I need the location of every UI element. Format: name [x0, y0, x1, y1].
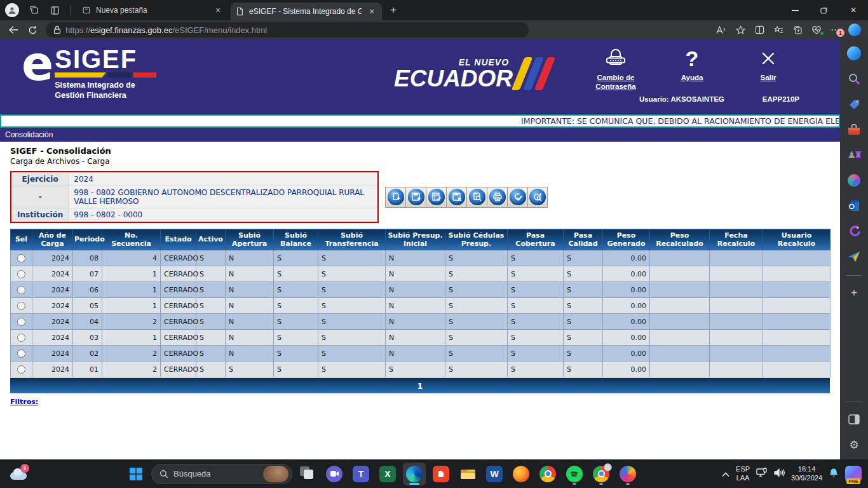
row-select-radio[interactable] [17, 302, 25, 310]
language-indicator[interactable]: ESP LAA [736, 465, 750, 482]
more-menu-icon[interactable]: ⋯1 [826, 22, 845, 38]
cell: 0.00 [603, 362, 650, 377]
exit-x-icon [758, 46, 778, 71]
read-aloud-icon[interactable] [712, 22, 731, 38]
start-button[interactable] [125, 463, 147, 485]
designer-icon[interactable] [843, 220, 865, 242]
browser-essentials-icon[interactable] [807, 22, 826, 38]
preview-button[interactable] [466, 187, 487, 208]
page-subtitle: Carga de Archivos - Carga [10, 157, 840, 166]
print-button[interactable] [487, 187, 507, 208]
window-minimize-button[interactable] [780, 0, 810, 20]
ecuador-logo-line2: ECUADOR [394, 67, 513, 90]
profile-avatar[interactable] [5, 3, 19, 17]
task-view-button[interactable] [296, 463, 319, 485]
tools-icon[interactable] [843, 119, 865, 140]
refresh-button[interactable] [23, 22, 42, 38]
row-select-radio[interactable] [17, 286, 25, 294]
shopping-icon[interactable] [843, 93, 865, 115]
pdf-app-icon[interactable] [430, 463, 452, 485]
cell: S [318, 266, 386, 282]
paint-app-icon[interactable] [616, 463, 639, 485]
tab-groups-icon[interactable] [25, 2, 43, 18]
chrome-app-icon[interactable] [536, 463, 559, 485]
favorites-hub-icon[interactable] [769, 22, 788, 38]
filters-link[interactable]: Filtros: [10, 398, 38, 406]
tray-chevron-icon[interactable] [722, 468, 729, 480]
favorite-star-icon[interactable] [731, 22, 750, 38]
firefox-app-icon[interactable] [510, 463, 532, 485]
window-close-button[interactable]: ✕ [839, 0, 868, 20]
approve-button[interactable] [507, 187, 527, 208]
cell: 06 [73, 282, 102, 298]
weather-widget[interactable]: 1 [9, 468, 28, 480]
search-icon[interactable] [843, 68, 865, 90]
excel-app-icon[interactable]: X [376, 463, 399, 485]
cell [710, 250, 763, 266]
clock-widget[interactable]: 16:14 30/9/2024 [791, 465, 822, 482]
save-delete-button[interactable] [446, 187, 466, 208]
notification-bell-icon[interactable] [829, 468, 839, 480]
tab-close-icon[interactable]: ✕ [367, 6, 377, 17]
edge-app-icon[interactable] [403, 463, 426, 485]
window-restore-button[interactable] [810, 0, 839, 20]
meet-app-icon[interactable] [323, 463, 346, 485]
row-select-radio[interactable] [17, 365, 25, 374]
drop-icon[interactable] [843, 246, 865, 268]
file-explorer-icon[interactable] [456, 463, 479, 485]
change-password-button[interactable]: Cambio de Contraseña [588, 46, 643, 92]
tab-esigef[interactable]: eSIGEF - Sistema Integrado de G ✕ [231, 3, 382, 20]
split-screen-icon[interactable] [750, 22, 769, 38]
esigef-logo-subtitle2: Gestión Financiera [55, 91, 156, 101]
search-highlight-image[interactable] [263, 466, 288, 482]
sidebar-panel-icon[interactable] [843, 409, 865, 430]
page-number[interactable]: 1 [417, 381, 423, 391]
cell: S [386, 362, 445, 377]
exit-button[interactable]: Salir [741, 46, 796, 92]
row-select-radio[interactable] [17, 270, 25, 278]
collections-icon[interactable] [788, 22, 807, 38]
vertical-tabs-icon[interactable] [46, 2, 64, 18]
copilot-taskbar-icon[interactable]: PRE [845, 466, 862, 482]
save-new-button[interactable] [405, 187, 426, 208]
copilot-sidebar-icon[interactable] [843, 43, 865, 64]
column-header-5: Activo [196, 229, 226, 250]
tab-nueva-pestana[interactable]: Nueva pestaña ✕ [77, 1, 228, 19]
sidebar-settings-icon[interactable]: ⚙ [843, 434, 865, 456]
sidebar-add-icon[interactable]: + [843, 282, 865, 304]
form-check-button[interactable] [426, 187, 446, 208]
tab-close-icon[interactable]: ✕ [213, 5, 223, 15]
word-app-icon[interactable]: W [483, 463, 506, 485]
cell: 2024 [32, 250, 73, 266]
form-check-icon [428, 189, 445, 205]
row-select-radio[interactable] [17, 334, 25, 342]
new-record-button[interactable] [385, 187, 405, 208]
new-tab-button[interactable]: + [384, 2, 402, 18]
row-select-radio[interactable] [17, 318, 25, 326]
spotify-app-icon[interactable] [563, 463, 586, 485]
copilot-toolbar-icon[interactable] [845, 22, 864, 38]
back-button[interactable] [4, 22, 23, 38]
cell: 0.00 [603, 266, 650, 282]
row-select-radio[interactable] [17, 254, 25, 262]
exit-label: Salir [761, 74, 776, 83]
browser-titlebar: Nueva pestaña ✕ eSIGEF - Sistema Integra… [0, 0, 868, 20]
preview-icon [469, 189, 485, 205]
teams-app-icon[interactable]: T [349, 463, 372, 485]
cell [763, 346, 831, 362]
outlook-icon[interactable] [843, 195, 865, 217]
taskbar-search[interactable]: Búsqueda [151, 464, 292, 484]
recalculate-button[interactable] [527, 187, 548, 208]
breadcrumb-item[interactable]: Consolidación [5, 130, 53, 139]
network-icon[interactable] [756, 468, 768, 480]
cell: 0.00 [603, 346, 650, 362]
cell: S [318, 346, 386, 362]
row-select-radio[interactable] [17, 349, 25, 358]
chrome-profile-app-icon[interactable] [590, 463, 613, 485]
microsoft365-icon[interactable] [843, 170, 865, 191]
esigef-logo-stripes [55, 72, 156, 78]
help-button[interactable]: ? Ayuda [665, 46, 719, 92]
url-bar[interactable]: https://esigef.finanzas.gob.ec/eSIGEF/me… [46, 22, 529, 37]
volume-icon[interactable] [774, 468, 785, 480]
games-icon[interactable]: ♟♜ [843, 144, 865, 166]
